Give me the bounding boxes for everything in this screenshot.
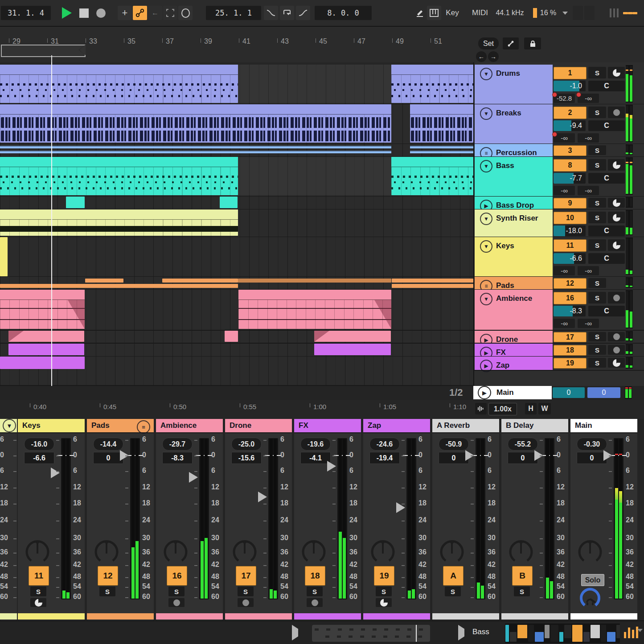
arm-button[interactable]: [608, 239, 625, 251]
fold-down-icon[interactable]: ▼: [480, 240, 492, 253]
arm-button[interactable]: [608, 212, 625, 223]
session-record-button[interactable]: [178, 6, 193, 20]
arm-button[interactable]: [307, 598, 323, 607]
clip-keys[interactable]: [0, 258, 8, 276]
pan-box[interactable]: C: [588, 173, 625, 184]
solo-button[interactable]: S: [588, 145, 606, 155]
arrangement-overview[interactable]: [312, 625, 430, 642]
main-track-header[interactable]: ▶ Main: [473, 386, 552, 399]
fader-handle[interactable]: [189, 472, 198, 483]
arm-button[interactable]: [608, 292, 625, 304]
volume-value-box[interactable]: 0: [508, 452, 538, 464]
clip-ambience[interactable]: [0, 290, 85, 329]
track-activator-button[interactable]: 19: [554, 358, 587, 369]
send-b-box[interactable]: -∞: [578, 133, 599, 143]
strip-header[interactable]: A Reverb: [432, 419, 499, 433]
fader-rail[interactable]: [545, 438, 554, 599]
track-header-bass-drop[interactable]: ▶Bass Drop9S: [474, 197, 644, 210]
loop-length-display[interactable]: 8. 0. 0: [315, 6, 372, 20]
volume-value-box[interactable]: -15.6: [231, 452, 262, 464]
clip-pads[interactable]: [238, 279, 391, 283]
strip-header[interactable]: Drone: [225, 419, 292, 433]
clip-pads[interactable]: [85, 279, 123, 283]
arrangement-area[interactable]: [0, 62, 473, 386]
track-activator-button[interactable]: 18: [305, 566, 325, 586]
arm-button[interactable]: [376, 598, 392, 607]
fold-down-icon[interactable]: ▼: [480, 68, 492, 80]
track-header-keys[interactable]: ▼Keys11S-6.6C-∞-∞: [474, 237, 644, 277]
group-menu-icon[interactable]: ≡: [137, 420, 150, 434]
clip-bass-drop[interactable]: [66, 197, 85, 208]
solo-button[interactable]: S: [588, 278, 606, 288]
chevron-down-icon[interactable]: [637, 632, 643, 640]
solo-button[interactable]: S: [168, 587, 185, 596]
send-b-box[interactable]: -∞: [578, 94, 599, 103]
clip-bass-drop[interactable]: [220, 197, 238, 208]
track-activator-button[interactable]: 17: [554, 332, 587, 342]
pan-knob[interactable]: [509, 540, 533, 565]
track-activator-button[interactable]: 11: [29, 566, 49, 586]
set-locator-button[interactable]: Set: [478, 37, 499, 49]
send-b-box[interactable]: -∞: [578, 266, 599, 275]
pan-box[interactable]: C: [588, 226, 625, 236]
arm-button[interactable]: [608, 345, 625, 355]
stop-button[interactable]: [77, 6, 91, 20]
track-header-fx[interactable]: ▶FX18S: [474, 344, 644, 357]
arrangement-loop-marker[interactable]: [1, 45, 86, 57]
clip-synth-riser[interactable]: [0, 209, 238, 236]
record-button[interactable]: [94, 6, 108, 20]
optimize-height-button[interactable]: H: [525, 403, 537, 414]
fader-handle[interactable]: [258, 492, 267, 502]
volume-box[interactable]: -18.0: [554, 226, 586, 236]
arm-button[interactable]: [608, 332, 625, 341]
solo-button[interactable]: S: [307, 587, 323, 596]
beat-time-ruler[interactable]: Set ← → 293133353739414345474951: [0, 27, 644, 62]
track-activator-button[interactable]: 8: [554, 159, 587, 172]
fader-rail[interactable]: [199, 438, 209, 599]
fader-rail[interactable]: [406, 438, 416, 599]
follow-link-button[interactable]: [503, 37, 519, 49]
midi-map-mode-button[interactable]: MIDI: [469, 6, 491, 20]
arm-button[interactable]: [30, 598, 46, 607]
cpu-dropdown-button[interactable]: [558, 6, 572, 20]
solo-button[interactable]: S: [376, 587, 392, 596]
peak-level-display[interactable]: -19.6: [300, 438, 331, 451]
fader-rail[interactable]: [337, 438, 347, 599]
strip-header[interactable]: Ambience: [156, 419, 223, 433]
track-header-bass[interactable]: ▼Bass8S-7.7C-∞-∞: [474, 157, 644, 197]
clip-pads[interactable]: [0, 284, 238, 288]
fold-down-icon[interactable]: ▼: [480, 160, 492, 172]
send-a-box[interactable]: -52.8: [554, 94, 575, 103]
send-b-box[interactable]: -∞: [578, 319, 599, 328]
volume-box[interactable]: -6.6: [554, 253, 586, 264]
playback-speed-box[interactable]: 1.00x: [488, 403, 517, 415]
mixer-levels-button[interactable]: [623, 627, 639, 638]
solo-button[interactable]: S: [588, 332, 606, 341]
clip-zap[interactable]: [0, 357, 85, 369]
capture-selection-button[interactable]: [163, 6, 177, 20]
punch-in-button[interactable]: [264, 6, 278, 20]
clip-pads[interactable]: [392, 279, 473, 283]
clip-drums[interactable]: [0, 65, 238, 103]
audio-stretch-button[interactable]: [475, 403, 487, 414]
track-activator-button[interactable]: 19: [374, 566, 394, 586]
main-volume-box[interactable]: 0: [553, 387, 585, 398]
cue-volume-knob[interactable]: [579, 587, 601, 609]
punch-out-button[interactable]: [296, 6, 310, 20]
draw-mode-button[interactable]: [413, 6, 427, 20]
next-locator-button[interactable]: →: [488, 51, 499, 62]
arm-button[interactable]: [238, 598, 254, 607]
solo-button[interactable]: S: [588, 107, 606, 118]
clip-percussion[interactable]: [0, 144, 391, 156]
send-b-box[interactable]: -∞: [578, 186, 599, 195]
clip-drone[interactable]: [225, 331, 238, 342]
send-a-box[interactable]: -∞: [554, 186, 575, 195]
automation-lane-pager[interactable]: 1/2: [449, 387, 463, 398]
pan-knob[interactable]: [301, 540, 326, 565]
track-activator-button[interactable]: 3: [554, 145, 587, 156]
re-enable-automation-button[interactable]: ←: [148, 6, 162, 20]
volume-box[interactable]: -1.0: [554, 81, 586, 91]
solo-button[interactable]: S: [238, 587, 254, 596]
volume-value-box[interactable]: 0: [577, 452, 607, 464]
solo-button[interactable]: S: [588, 358, 606, 368]
